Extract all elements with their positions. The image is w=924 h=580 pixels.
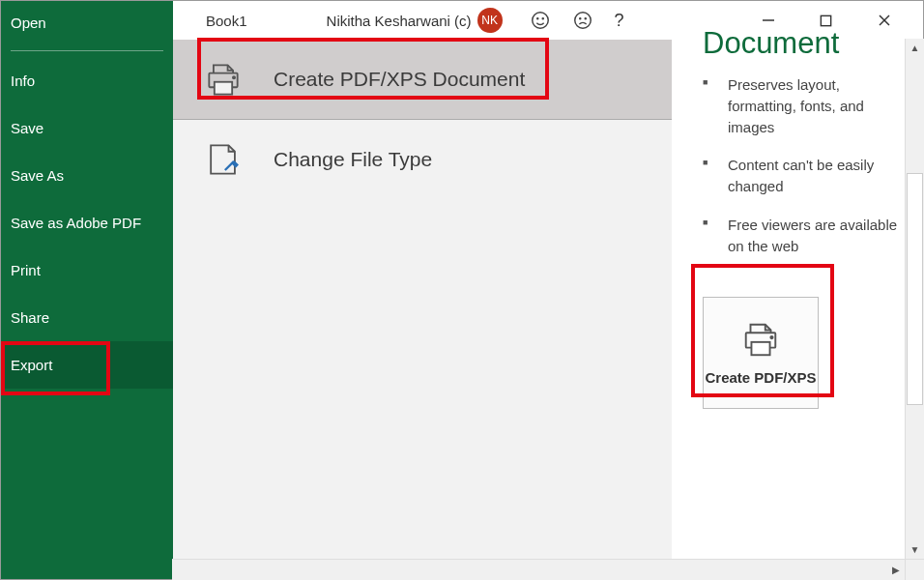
details-panel: Document Preserves layout, formatting, f… — [672, 40, 923, 579]
svg-point-1 — [536, 18, 537, 19]
create-pdf-xps-button[interactable]: Create PDF/XPS — [703, 297, 819, 409]
details-title: Document — [703, 26, 906, 61]
printer-pdf-icon — [738, 319, 783, 360]
details-bullets: Preserves layout, formatting, fonts, and… — [703, 74, 906, 256]
sidebar-divider — [11, 50, 163, 51]
sidebar-item-save-as[interactable]: Save As — [1, 152, 173, 199]
main-panel: Create PDF/XPS Document Change File Type… — [173, 40, 923, 579]
sidebar-item-export[interactable]: Export — [1, 341, 173, 389]
option-change-file-type[interactable]: Change File Type — [173, 120, 672, 199]
create-button-label: Create PDF/XPS — [705, 369, 816, 388]
svg-point-5 — [585, 18, 586, 19]
frown-icon[interactable] — [572, 10, 593, 31]
help-icon[interactable]: ? — [615, 11, 624, 31]
svg-point-0 — [532, 13, 548, 29]
bullet-item: Content can't be easily changed — [703, 155, 906, 197]
scroll-up-arrow[interactable]: ▲ — [906, 39, 924, 57]
change-file-type-icon — [202, 139, 245, 180]
smile-icon[interactable] — [530, 10, 551, 31]
sidebar-item-share[interactable]: Share — [1, 294, 173, 341]
content-area: Book1 Nikitha Kesharwani (c) NK ? — [173, 1, 923, 579]
svg-point-4 — [579, 18, 580, 19]
option-label: Change File Type — [274, 148, 432, 171]
vertical-scrollbar[interactable]: ▲ ▼ — [905, 39, 924, 559]
svg-point-12 — [233, 76, 235, 78]
sidebar-item-save[interactable]: Save — [1, 104, 173, 152]
scroll-thumb[interactable] — [907, 173, 923, 405]
sidebar-item-label: Export — [11, 357, 52, 373]
svg-point-3 — [574, 13, 591, 29]
scroll-right-arrow[interactable]: ▶ — [886, 560, 905, 580]
scrollbar-corner — [905, 559, 924, 580]
scroll-track[interactable] — [906, 57, 924, 540]
bullet-item: Free viewers are available on the web — [703, 215, 906, 257]
scroll-down-arrow[interactable]: ▼ — [906, 540, 924, 559]
svg-rect-11 — [215, 82, 232, 95]
svg-rect-14 — [751, 342, 769, 355]
backstage-sidebar: Open Info Save Save As Save as Adobe PDF… — [1, 1, 173, 579]
user-name: Nikitha Kesharwani (c) — [327, 13, 472, 29]
bullet-item: Preserves layout, formatting, fonts, and… — [703, 74, 906, 137]
svg-point-15 — [770, 336, 772, 338]
option-create-pdf-xps[interactable]: Create PDF/XPS Document — [173, 40, 672, 120]
sidebar-item-info[interactable]: Info — [1, 57, 173, 104]
sidebar-item-print[interactable]: Print — [1, 246, 173, 294]
printer-pdf-icon — [202, 59, 245, 100]
horizontal-scrollbar[interactable]: ▶ — [172, 559, 905, 580]
export-options: Create PDF/XPS Document Change File Type — [173, 40, 672, 579]
svg-rect-7 — [821, 15, 830, 25]
sidebar-item-open[interactable]: Open — [1, 1, 173, 48]
svg-point-2 — [542, 18, 543, 19]
avatar[interactable]: NK — [477, 8, 503, 33]
document-name: Book1 — [206, 13, 247, 29]
sidebar-item-save-adobe-pdf[interactable]: Save as Adobe PDF — [1, 199, 173, 246]
option-label: Create PDF/XPS Document — [274, 68, 525, 91]
